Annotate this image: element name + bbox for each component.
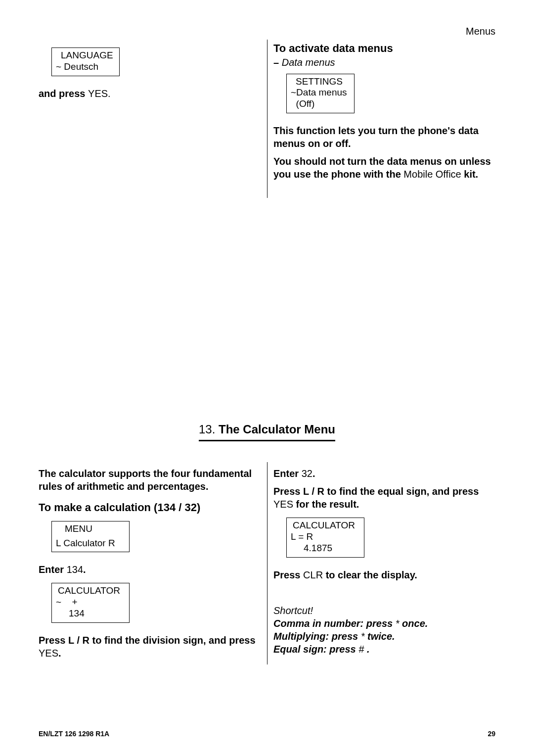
calc1-line3: 134 — [56, 608, 125, 619]
enter-32-prefix: Enter — [273, 468, 302, 479]
calc-right-column: Enter 32. Press L / R to find the equal … — [267, 462, 495, 664]
calc-left-column: The calculator supports the four fundame… — [39, 462, 267, 664]
enter-134-line: Enter 134. — [39, 563, 258, 576]
s2c: twice. — [364, 631, 395, 642]
language-box-title: LANGUAGE — [56, 50, 115, 61]
equal-b: for the result. — [293, 499, 359, 510]
menu-box-title: MENU — [56, 523, 125, 535]
sub-dash: – — [273, 57, 282, 68]
clear-b: to clear the display. — [323, 569, 417, 580]
and-press-prefix: and press — [39, 88, 88, 99]
header-section-label: Menus — [466, 25, 495, 38]
clear-line: Press CLR to clear the display. — [273, 568, 495, 581]
sub-text: Data menus — [282, 57, 335, 68]
menu-box-l: L — [56, 538, 61, 548]
and-press-key: YES — [88, 88, 108, 99]
enter-134-suffix: . — [83, 564, 86, 575]
settings-box-line2: ~Data menus — [291, 87, 350, 98]
top-left-column: LANGUAGE ~ Deutsch and press YES. — [39, 40, 267, 198]
settings-box-line3: (Off) — [291, 98, 350, 110]
calc1-line2: ~ + — [56, 597, 125, 608]
menu-box-row: L Calculator R — [56, 535, 125, 549]
s1a: Comma in number: press — [273, 618, 396, 629]
equal-line: Press L / R to find the equal sign, and … — [273, 485, 495, 511]
enter-32-suffix: . — [312, 468, 315, 479]
enter-32-val: 32 — [302, 468, 312, 479]
calc2-r: R — [307, 531, 313, 542]
enter-134-prefix: Enter — [39, 564, 67, 575]
shortcut-label: Shortcut! — [273, 604, 495, 617]
calc2-row: L = R — [291, 531, 360, 543]
s3c: . — [364, 644, 369, 655]
top-right-column: To activate data menus – Data menus SETT… — [267, 40, 495, 198]
and-press-line: and press YES. — [39, 87, 258, 100]
language-box-line2: ~ Deutsch — [56, 61, 115, 73]
shortcut-2: Multiplying: press * twice. — [273, 630, 495, 643]
s1c: once. — [400, 618, 428, 629]
calc-columns: The calculator supports the four fundame… — [39, 462, 495, 664]
menu-box-mid: Calculator — [63, 538, 106, 548]
make-calculation-heading: To make a calculation (134 / 32) — [39, 501, 258, 515]
calc2-mid: = — [298, 531, 304, 542]
s3b: # — [358, 644, 364, 655]
s1b: * — [396, 618, 400, 629]
top-columns: LANGUAGE ~ Deutsch and press YES. To act… — [39, 40, 495, 198]
enter-32-line: Enter 32. — [273, 467, 495, 480]
settings-display-box: SETTINGS ~Data menus (Off) — [286, 74, 355, 113]
calc-intro: The calculator supports the four fundame… — [39, 467, 258, 493]
division-line: Press L / R to find the division sign, a… — [39, 634, 258, 660]
s2a: Multiplying: press — [273, 631, 361, 642]
footer-page-number: 29 — [488, 729, 495, 738]
equal-a: Press L / R to find the equal sign, and … — [273, 486, 479, 497]
section-13-title-wrap: 13. The Calculator Menu — [39, 422, 495, 441]
section-13-name: The Calculator Menu — [219, 423, 335, 436]
calc2-l: L — [291, 531, 296, 542]
equal-key: YES — [273, 499, 293, 510]
data-menus-subheading: – Data menus — [273, 56, 495, 69]
section-13-title: 13. The Calculator Menu — [199, 422, 335, 441]
clear-key: CLR — [303, 569, 323, 580]
calculator-box-1: CALCULATOR ~ + 134 — [51, 583, 130, 622]
calculator-box-2: CALCULATOR L = R 4.1875 — [286, 518, 364, 557]
page: Menus LANGUAGE ~ Deutsch and press YES. … — [0, 0, 534, 756]
shortcut-1: Comma in number: press * once. — [273, 617, 495, 630]
language-display-box: LANGUAGE ~ Deutsch — [51, 47, 120, 76]
page-footer: EN/LZT 126 1298 R1A 29 — [39, 729, 495, 738]
activate-data-menus-heading: To activate data menus — [273, 42, 495, 56]
division-a: Press L / R to find the division sign, a… — [39, 635, 256, 646]
clear-a: Press — [273, 569, 303, 580]
s3a: Equal sign: press — [273, 644, 358, 655]
division-b: . — [58, 648, 61, 659]
footer-doc-id: EN/LZT 126 1298 R1A — [39, 729, 109, 738]
calc2-line3: 4.1875 — [291, 543, 360, 554]
enter-134-val: 134 — [67, 564, 83, 575]
calc1-plus: + — [64, 597, 77, 607]
menu-display-box: MENU L Calculator R — [51, 521, 130, 553]
menu-box-r: R — [108, 538, 115, 548]
calc2-title: CALCULATOR — [291, 520, 360, 531]
calc1-tilde: ~ — [56, 597, 61, 607]
calc1-title: CALCULATOR — [56, 585, 125, 597]
data-menus-p2: You should not turn the data menus on un… — [273, 155, 495, 181]
data-menus-p1: This function lets you turn the phone's … — [273, 124, 495, 150]
settings-box-title: SETTINGS — [291, 76, 350, 88]
and-press-suffix: . — [108, 88, 111, 99]
p2-b: Mobile Office — [403, 169, 461, 180]
division-key: YES — [39, 648, 58, 659]
p2-c: kit. — [461, 169, 478, 180]
shortcut-3: Equal sign: press # . — [273, 643, 495, 656]
section-13-number: 13. — [199, 423, 219, 436]
